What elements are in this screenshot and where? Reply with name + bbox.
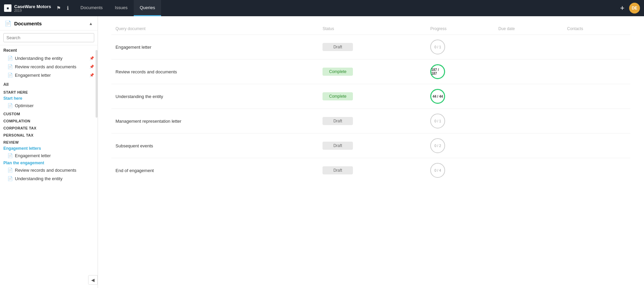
row-doc-name: Engagement letter: [111, 35, 318, 59]
row-due-date: [494, 109, 563, 134]
col-progress: Progress: [426, 23, 494, 35]
sidebar-item-label: Understanding the entity: [15, 56, 62, 61]
row-doc-name: Management representation letter: [111, 109, 318, 134]
sidebar-collapse-button[interactable]: ◀: [88, 275, 98, 285]
row-progress: 44 / 44: [426, 84, 494, 109]
app-year: 2019: [14, 9, 51, 13]
sidebar-search-container: [0, 30, 98, 45]
row-contacts: [563, 134, 630, 158]
sidebar-scroll: Recent 📄 Understanding the entity 📌 📄 Re…: [0, 45, 98, 288]
row-progress: 187 / 187: [426, 59, 494, 84]
row-status: Draft: [318, 109, 426, 134]
sidebar: 📄 Documents ▲ Recent 📄 Understanding the…: [0, 16, 98, 288]
pin-icon: 📌: [89, 73, 94, 77]
table-row[interactable]: Review records and documentsComplete187 …: [111, 59, 630, 84]
table-row[interactable]: End of engagementDraft0 / 4: [111, 158, 630, 183]
file-icon: 📄: [7, 73, 13, 78]
tab-issues[interactable]: Issues: [109, 0, 134, 16]
sidebar-collapse-icon[interactable]: ▲: [89, 21, 93, 26]
row-status: Draft: [318, 134, 426, 158]
row-contacts: [563, 158, 630, 183]
sidebar-item-optimiser[interactable]: 📄 Optimiser: [0, 101, 98, 110]
sidebar-header: 📄 Documents ▲: [0, 16, 98, 30]
group-start-here: START HERE: [0, 88, 98, 95]
pin-icon: 📌: [89, 56, 94, 61]
progress-circle: 0 / 2: [430, 138, 445, 153]
table-row[interactable]: Management representation letterDraft0 /…: [111, 109, 630, 134]
col-status: Status: [318, 23, 426, 35]
row-doc-name: Subsequent events: [111, 134, 318, 158]
file-icon: 📄: [7, 103, 13, 108]
row-progress: 0 / 1: [426, 109, 494, 134]
row-progress: 0 / 1: [426, 35, 494, 59]
row-due-date: [494, 134, 563, 158]
sidebar-title: Documents: [14, 21, 42, 26]
top-nav-right: + DE: [620, 3, 640, 14]
row-due-date: [494, 158, 563, 183]
sidebar-scrollbar[interactable]: [96, 50, 98, 118]
status-badge: Draft: [323, 142, 353, 150]
link-plan-engagement[interactable]: Plan the engagement: [0, 160, 98, 166]
search-input[interactable]: [3, 33, 94, 42]
file-icon: 📄: [7, 168, 13, 173]
section-recent-label: Recent: [0, 45, 98, 54]
col-due-date: Due date: [494, 23, 563, 35]
row-doc-name: End of engagement: [111, 158, 318, 183]
group-custom: CUSTOM: [0, 110, 98, 117]
sidebar-item-engagement-letter[interactable]: 📄 Engagement letter 📌: [0, 71, 98, 79]
flag-icon[interactable]: ⚑: [56, 5, 61, 11]
file-icon: 📄: [7, 56, 13, 61]
col-query-document: Query document: [111, 23, 318, 35]
file-icon: 📄: [7, 153, 13, 158]
row-contacts: [563, 109, 630, 134]
file-icon: 📄: [7, 176, 13, 181]
sidebar-item-label: Optimiser: [15, 103, 34, 108]
file-icon: 📄: [7, 64, 13, 69]
table-row[interactable]: Understanding the entityComplete44 / 44: [111, 84, 630, 109]
progress-circle: 0 / 1: [430, 40, 445, 54]
link-start-here[interactable]: Start here: [0, 95, 98, 101]
row-doc-name: Understanding the entity: [111, 84, 318, 109]
documents-icon: 📄: [5, 20, 11, 27]
link-engagement-letters[interactable]: Engagement letters: [0, 145, 98, 151]
status-badge: Draft: [323, 166, 353, 174]
group-personal-tax: PERSONAL TAX: [0, 131, 98, 138]
queries-table: Query document Status Progress Due date …: [111, 23, 630, 183]
progress-circle: 0 / 4: [430, 163, 445, 178]
status-badge: Draft: [323, 117, 353, 125]
sidebar-item-label: Engagement letter: [15, 73, 51, 78]
avatar[interactable]: DE: [629, 3, 640, 14]
progress-circle: 0 / 1: [430, 114, 445, 128]
row-status: Complete: [318, 59, 426, 84]
status-badge: Complete: [323, 68, 353, 76]
progress-circle: 187 / 187: [430, 64, 445, 79]
row-due-date: [494, 84, 563, 109]
nav-icons: ⚑ ℹ: [56, 5, 69, 11]
info-icon[interactable]: ℹ: [67, 5, 69, 11]
row-contacts: [563, 35, 630, 59]
progress-circle: 44 / 44: [430, 89, 445, 104]
app-logo: ■: [4, 4, 11, 12]
row-doc-name: Review records and documents: [111, 59, 318, 84]
logo-area: ■ CaseWare Motors 2019: [4, 4, 51, 13]
row-status: Complete: [318, 84, 426, 109]
app-name-block: CaseWare Motors 2019: [14, 4, 51, 13]
sidebar-item-review-records-all[interactable]: 📄 Review records and documents: [0, 166, 98, 174]
sidebar-item-engagement-letter-all[interactable]: 📄 Engagement letter: [0, 151, 98, 160]
table-row[interactable]: Subsequent eventsDraft0 / 2: [111, 134, 630, 158]
tab-documents[interactable]: Documents: [74, 0, 109, 16]
sidebar-item-understanding[interactable]: 📄 Understanding the entity 📌: [0, 54, 98, 63]
app-name: CaseWare Motors: [14, 4, 51, 9]
sidebar-item-review-records[interactable]: 📄 Review records and documents 📌: [0, 63, 98, 71]
row-due-date: [494, 35, 563, 59]
table-row[interactable]: Engagement letterDraft0 / 1: [111, 35, 630, 59]
row-status: Draft: [318, 35, 426, 59]
row-due-date: [494, 59, 563, 84]
tab-queries[interactable]: Queries: [134, 0, 161, 16]
sidebar-item-understanding-all[interactable]: 📄 Understanding the entity: [0, 174, 98, 183]
sidebar-item-label: Understanding the entity: [15, 176, 62, 181]
sidebar-item-label: Review records and documents: [15, 64, 76, 69]
add-button[interactable]: +: [620, 4, 624, 13]
row-progress: 0 / 2: [426, 134, 494, 158]
pin-icon: 📌: [89, 65, 94, 69]
